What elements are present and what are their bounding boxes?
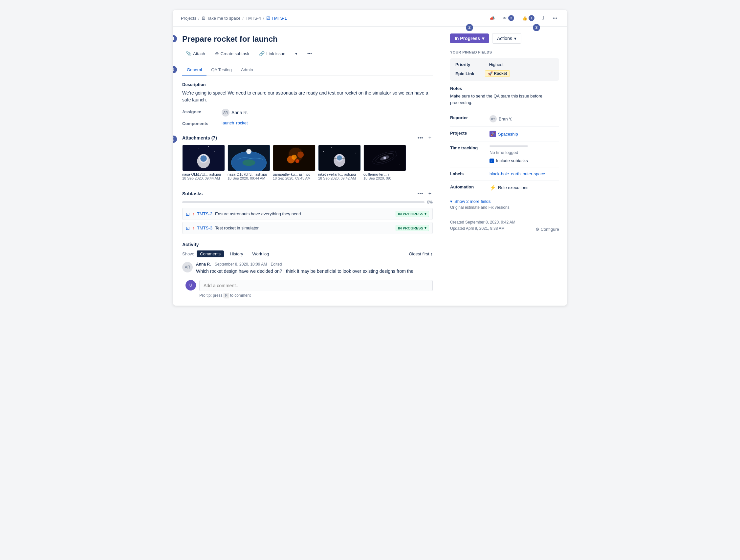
projects-label: Projects (450, 131, 489, 135)
subtasks-more-button[interactable]: ••• (416, 190, 425, 197)
breadcrumb-issue[interactable]: ☑ TMTS-1 (266, 16, 287, 21)
svg-point-23 (331, 148, 332, 148)
show-more-link[interactable]: ▾ Show 2 more fields (450, 199, 559, 204)
attachment-item-3[interactable]: niketh-vellank... ash.jpg 18 Sep 2020, 0… (318, 145, 361, 180)
worklog-button[interactable]: Work log (249, 251, 272, 257)
attachment-filename-2: ganapathy-ku... ash.jpg (273, 172, 315, 176)
breadcrumb-project[interactable]: 🗓 Take me to space (202, 16, 241, 21)
subtask-name-1: Test rocket in simulator (215, 225, 259, 230)
time-tracking-bar (489, 146, 528, 147)
attachment-item-0[interactable]: nasa-OLlj17tU... ash.jpg 18 Sep 2020, 09… (182, 145, 225, 180)
label-black-hole[interactable]: black-hole (489, 171, 509, 176)
status-button[interactable]: In Progress ▾ (450, 33, 489, 43)
announce-button[interactable]: 📣 (487, 14, 497, 22)
toolbar-more-button[interactable]: ••• (304, 49, 315, 58)
include-subtasks-checkbox[interactable]: ✓ (489, 159, 494, 163)
like-button[interactable]: 👍 1 (520, 14, 537, 22)
subtask-name-0: Ensure astronauts have everything they n… (215, 211, 301, 216)
svg-point-36 (370, 150, 370, 150)
watch-icon: 👁 (502, 16, 507, 21)
automation-label: Automation (450, 184, 489, 189)
breadcrumb-projects[interactable]: Projects (181, 16, 196, 21)
attachment-filename-1: nasa-Q1p7bh3... ash.jpg (227, 172, 270, 176)
component-launch[interactable]: launch (221, 120, 234, 125)
projects-value: 🚀 Spaceship (489, 131, 518, 137)
annotation-circle-1: 1 (173, 35, 177, 42)
updated-line: Updated April 9, 2021, 9:38 AM (450, 225, 516, 232)
attachment-date-4: 18 Sep 2020, 09: (363, 176, 406, 180)
attachment-item-1[interactable]: nasa-Q1p7bh3... ash.jpg 18 Sep 2020, 09:… (227, 145, 270, 180)
annotation-circle-8: 8 (173, 135, 177, 143)
attachment-item-4[interactable]: guillermo-ferl... i 18 Sep 2020, 09: (363, 145, 406, 180)
history-button[interactable]: History (226, 251, 246, 257)
label-outer-space[interactable]: outer-space (523, 171, 545, 176)
comment-input[interactable] (199, 280, 433, 291)
chevron-down-icon: ▾ (425, 226, 427, 230)
svg-rect-28 (334, 158, 337, 159)
time-tracking-row: Time tracking No time logged ✓ Include s… (450, 146, 559, 167)
comment-text: Which rocket design have we decided on? … (196, 268, 433, 275)
breadcrumb-sep1: / (198, 16, 200, 21)
actions-button[interactable]: Actions ▾ (492, 33, 521, 44)
subtasks-add-button[interactable]: + (427, 190, 433, 197)
chevron-down-icon: ▾ (450, 199, 452, 204)
svg-point-4 (214, 151, 215, 152)
component-rocket[interactable]: rocket (236, 120, 248, 125)
attachment-item-2[interactable]: ganapathy-ku... ash.jpg 18 Sep 2020, 09:… (273, 145, 315, 180)
link-issue-button[interactable]: 🔗 Link issue (256, 49, 289, 58)
attachments-wrapper: 8 Attachments (7) ••• + (182, 134, 433, 182)
subtask-icon-0: ⊡ (186, 211, 190, 217)
comment-date: September 8, 2020, 10:09 AM (215, 262, 267, 267)
tab-general[interactable]: General (182, 65, 206, 76)
status-row-wrapper: 2 3 In Progress ▾ Actions ▾ (450, 33, 559, 44)
top-actions-bar: 📣 👁 2 👍 1 ⤴ ••• (487, 14, 559, 22)
create-subtask-button[interactable]: ⊕ Create subtask (211, 49, 253, 58)
more-options-button[interactable]: ••• (551, 14, 559, 22)
subtask-status-1[interactable]: IN PROGRESS ▾ (396, 225, 429, 231)
actions-chevron-icon: ▾ (514, 36, 517, 41)
configure-button[interactable]: ⚙ Configure (536, 227, 559, 232)
activity-header: Activity (182, 242, 433, 247)
watch-count: 2 (508, 15, 514, 21)
subtask-row-1[interactable]: ⊡ ↑ TMTS-3 Test rocket in simulator IN P… (182, 222, 433, 234)
components-row: Components launch rocket (182, 120, 433, 126)
sort-button[interactable]: Oldest first ↑ (409, 252, 433, 256)
breadcrumb-issue-id[interactable]: TMTS-1 (272, 16, 287, 21)
subtask-status-0[interactable]: IN PROGRESS ▾ (396, 211, 429, 217)
attach-button[interactable]: 📎 Attach (182, 49, 209, 58)
share-button[interactable]: ⤴ (540, 14, 547, 22)
project-link[interactable]: Spaceship (498, 131, 518, 136)
left-panel: 1 Prepare rocket for launch 📎 Attach ⊕ C… (173, 26, 442, 306)
attachments-add-button[interactable]: + (427, 134, 433, 142)
comment-author: Anna R. (196, 262, 211, 267)
subtask-left-1: ⊡ ↑ TMTS-3 Test rocket in simulator (186, 225, 259, 231)
attachment-date-3: 18 Sep 2020, 09:42 AM (318, 176, 361, 180)
watch-button[interactable]: 👁 2 (501, 14, 516, 22)
breadcrumb-project-name[interactable]: Take me to space (207, 16, 241, 21)
label-earth[interactable]: earth (511, 171, 521, 176)
subtask-row-0[interactable]: ⊡ ↑ TMTS-2 Ensure astronauts have everyt… (182, 208, 433, 220)
chevron-down-icon: ▾ (295, 51, 297, 56)
comments-button[interactable]: Comments (197, 251, 224, 257)
issue-title: Prepare rocket for launch (182, 34, 433, 44)
breadcrumb-parent-id[interactable]: TMTS-4 (246, 16, 261, 21)
announce-icon: 📣 (489, 16, 495, 21)
attachments-more-button[interactable]: ••• (416, 134, 425, 142)
toolbar-dropdown-button[interactable]: ▾ (291, 49, 301, 58)
tab-admin[interactable]: Admin (237, 65, 258, 76)
sort-icon: ↑ (431, 252, 433, 256)
subtask-id-0[interactable]: TMTS-2 (197, 211, 212, 216)
epic-tag[interactable]: 🚀 Rocket (485, 70, 510, 77)
tabs-wrapper: 9 General QA Testing Admin (182, 65, 433, 76)
like-count: 1 (529, 15, 535, 21)
attachment-thumb-4 (363, 145, 406, 171)
status-chevron-icon: ▾ (482, 36, 484, 41)
tab-qa-testing[interactable]: QA Testing (206, 65, 237, 76)
attachment-thumb-3 (318, 145, 361, 171)
subtask-id-1[interactable]: TMTS-3 (197, 225, 212, 230)
priority-icon-1: ↑ (192, 226, 194, 230)
created-updated-text: Created September 8, 2020, 9:42 AM Updat… (450, 219, 516, 232)
annotation-circle-3: 3 (533, 24, 540, 31)
automation-value: ⚡ Rule executions (489, 184, 529, 191)
svg-point-25 (355, 153, 356, 153)
